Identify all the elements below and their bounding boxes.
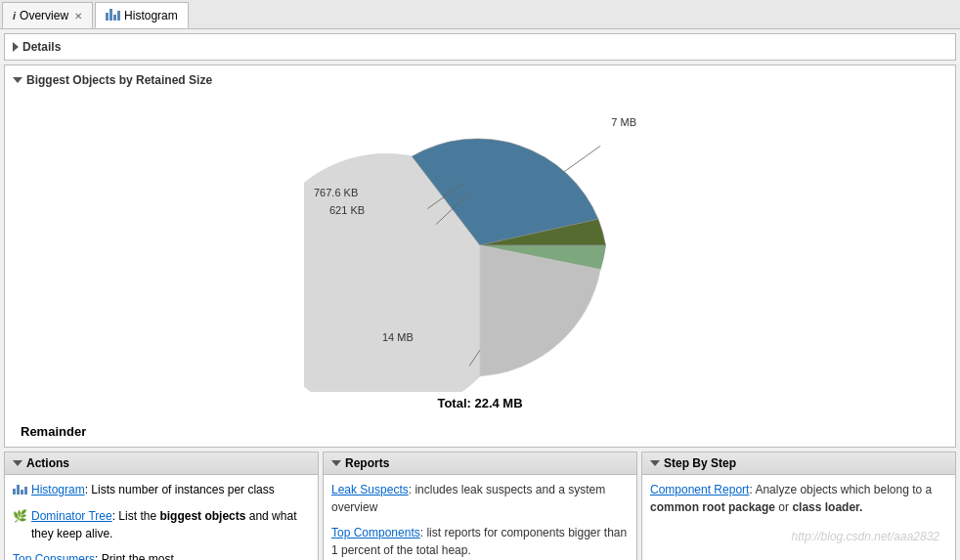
actions-panel: Actions Histogram: Lists number of insta… bbox=[4, 452, 319, 560]
tab-overview-label: Overview bbox=[20, 9, 68, 22]
reports-panel: Reports Leak Suspects: includes leak sus… bbox=[323, 452, 637, 560]
histogram-link[interactable]: Histogram bbox=[31, 483, 85, 496]
actions-toggle-icon bbox=[13, 460, 22, 466]
step-item-component: Component Report: Analyze objects which … bbox=[650, 481, 947, 516]
reports-toggle-icon bbox=[331, 460, 341, 466]
bottom-panels: Actions Histogram: Lists number of insta… bbox=[4, 452, 956, 560]
reports-content: Leak Suspects: includes leak suspects an… bbox=[324, 475, 636, 560]
top-consumers-link[interactable]: Top Consumers bbox=[13, 552, 95, 560]
svg-line-0 bbox=[564, 146, 601, 172]
tab-histogram[interactable]: Histogram bbox=[95, 2, 189, 28]
label-14mb: 14 MB bbox=[382, 331, 414, 343]
watermark: http://blog.csdn.net/aaa2832 bbox=[650, 524, 947, 549]
biggest-objects-title: Biggest Objects by Retained Size bbox=[26, 73, 212, 87]
actions-content: Histogram: Lists number of instances per… bbox=[5, 475, 318, 560]
actions-tree-icon: 🌿 bbox=[13, 507, 27, 525]
details-section: Details bbox=[4, 33, 956, 61]
tab-overview[interactable]: i Overview ✕ bbox=[2, 2, 93, 28]
tab-bar: i Overview ✕ Histogram bbox=[0, 0, 960, 29]
actions-item-dominator: 🌿 Dominator Tree: List the biggest objec… bbox=[13, 507, 310, 542]
histogram-bar-icon bbox=[106, 7, 120, 23]
reports-item-leak: Leak Suspects: includes leak suspects an… bbox=[331, 481, 629, 516]
label-7mb: 7 MB bbox=[611, 116, 636, 128]
actions-panel-header[interactable]: Actions bbox=[5, 452, 318, 475]
actions-consumers-text: Top Consumers: Print the most bbox=[13, 550, 174, 560]
pie-chart-wrapper: 7 MB 767.6 KB 621 KB 14 MB bbox=[304, 99, 656, 392]
actions-item-consumers: Top Consumers: Print the most bbox=[13, 550, 310, 560]
dominator-tree-link[interactable]: Dominator Tree bbox=[31, 509, 112, 523]
step-by-step-panel-header[interactable]: Step By Step bbox=[642, 452, 955, 475]
leak-suspects-link[interactable]: Leak Suspects bbox=[331, 483, 409, 496]
biggest-objects-section: Biggest Objects by Retained Size 7 MB 76… bbox=[4, 65, 956, 448]
step-by-step-label: Step By Step bbox=[664, 456, 736, 470]
component-report-link[interactable]: Component Report bbox=[650, 483, 749, 496]
details-toggle-icon bbox=[13, 42, 19, 52]
total-label: Total: 22.4 MB bbox=[437, 396, 522, 410]
remainder-label: Remainder bbox=[21, 424, 947, 439]
reports-item-components: Top Components: list reports for compone… bbox=[331, 524, 629, 559]
label-767kb: 767.6 KB bbox=[314, 187, 358, 198]
biggest-objects-header[interactable]: Biggest Objects by Retained Size bbox=[13, 71, 947, 89]
biggest-objects-toggle-icon bbox=[13, 77, 22, 83]
tab-histogram-label: Histogram bbox=[124, 9, 178, 22]
step-by-step-content: Component Report: Analyze objects which … bbox=[642, 475, 955, 555]
actions-item-histogram: Histogram: Lists number of instances per… bbox=[13, 481, 310, 499]
details-label: Details bbox=[22, 40, 61, 54]
step-toggle-icon bbox=[650, 460, 660, 466]
step-by-step-panel: Step By Step Component Report: Analyze o… bbox=[641, 452, 956, 560]
tab-close-overview[interactable]: ✕ bbox=[74, 11, 82, 22]
top-components-link[interactable]: Top Components bbox=[331, 526, 420, 539]
actions-dominator-text: Dominator Tree: List the biggest objects… bbox=[31, 507, 310, 542]
actions-label: Actions bbox=[26, 456, 69, 470]
actions-bar-icon bbox=[13, 481, 27, 499]
label-621kb: 621 KB bbox=[329, 204, 365, 216]
reports-label: Reports bbox=[345, 456, 389, 470]
actions-histogram-text: Histogram: Lists number of instances per… bbox=[31, 481, 275, 498]
reports-panel-header[interactable]: Reports bbox=[324, 452, 636, 475]
chart-container: 7 MB 767.6 KB 621 KB 14 MB bbox=[13, 89, 947, 420]
pie-chart-svg bbox=[304, 99, 656, 392]
details-header[interactable]: Details bbox=[13, 38, 947, 56]
info-icon: i bbox=[13, 10, 16, 22]
